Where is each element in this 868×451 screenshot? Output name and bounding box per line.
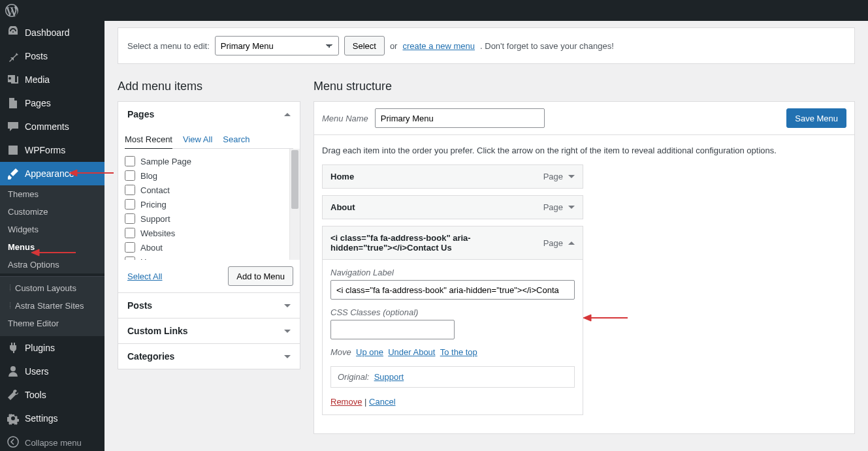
page-checkbox[interactable]	[125, 242, 135, 253]
pages-tabs: Most Recent View All Search	[125, 131, 293, 149]
page-label: Support	[140, 214, 170, 224]
menu-item-about[interactable]: About Page	[322, 195, 583, 219]
sidebar-item-settings[interactable]: Settings	[0, 407, 104, 430]
menu-item-title: About	[330, 202, 355, 212]
menu-name-label: Menu Name	[322, 114, 368, 123]
sidebar-item-label: Posts	[25, 51, 48, 61]
sidebar-subitem-customize[interactable]: Customize	[0, 203, 104, 221]
sidebar-item-users[interactable]: Users	[0, 360, 104, 383]
menu-structure-heading: Menu structure	[313, 80, 855, 93]
page-checkbox[interactable]	[125, 185, 135, 195]
collapse-label: Collapse menu	[25, 438, 82, 448]
page-item[interactable]: Pricing	[125, 197, 283, 211]
wordpress-icon[interactable]	[5, 4, 18, 17]
sidebar-subitem-widgets[interactable]: Widgets	[0, 221, 104, 238]
accordion-pages-head[interactable]: Pages	[118, 102, 300, 127]
create-new-menu-link[interactable]: create a new menu	[402, 41, 475, 51]
collapse-menu[interactable]: Collapse menu	[0, 430, 104, 451]
original-box: Original: Support	[330, 366, 575, 388]
scroll-thumb[interactable]	[291, 150, 298, 209]
accordion-posts[interactable]: Posts	[118, 292, 300, 319]
sidebar-subitem-custom-layouts[interactable]: ⸽Custom Layouts	[0, 276, 104, 297]
save-menu-button[interactable]: Save Menu	[786, 108, 846, 128]
sidebar-item-label: WPForms	[25, 145, 65, 155]
select-all-link[interactable]: Select All	[127, 272, 162, 281]
page-checkbox[interactable]	[125, 156, 135, 166]
sidebar-subitem-astra-options[interactable]: Astra Options	[0, 256, 104, 273]
sidebar-item-plugins[interactable]: Plugins	[0, 336, 104, 360]
page-checkbox[interactable]	[125, 170, 135, 181]
admin-toolbar	[0, 0, 868, 21]
page-item[interactable]: Sample Page	[125, 154, 283, 168]
scrollbar[interactable]	[289, 149, 300, 260]
sidebar-item-label: Appearance	[25, 168, 74, 179]
pages-icon	[7, 97, 20, 110]
menu-name-input[interactable]	[375, 108, 545, 128]
css-classes-label: CSS Classes (optional)	[330, 307, 575, 317]
page-item[interactable]: Blog	[125, 168, 283, 183]
brush-icon	[7, 167, 20, 180]
tab-most-recent[interactable]: Most Recent	[125, 131, 172, 149]
select-button[interactable]: Select	[344, 36, 385, 55]
accordion-categories[interactable]: Categories	[118, 343, 300, 369]
sidebar-item-tools[interactable]: Tools	[0, 383, 104, 407]
sidebar-item-label: Tools	[25, 390, 46, 400]
comments-icon	[7, 120, 20, 133]
sidebar-item-comments[interactable]: Comments	[0, 115, 104, 138]
sidebar-item-wpforms[interactable]: WPForms	[0, 138, 104, 162]
css-classes-input[interactable]	[330, 320, 455, 339]
tab-search[interactable]: Search	[223, 131, 249, 148]
menu-select-bar: Select a menu to edit: Primary Menu Sele…	[118, 27, 855, 64]
accordion-title: Posts	[127, 300, 152, 311]
add-to-menu-button[interactable]: Add to Menu	[228, 266, 293, 286]
menu-select[interactable]: Primary Menu	[215, 36, 339, 55]
original-label: Original:	[338, 372, 369, 382]
sidebar-item-appearance[interactable]: Appearance	[0, 162, 104, 185]
page-item[interactable]: Support	[125, 211, 283, 226]
collapse-icon	[7, 435, 20, 450]
sidebar-item-posts[interactable]: Posts	[0, 44, 104, 68]
accordion-pages: Pages Most Recent View All Search Sample…	[118, 101, 300, 293]
sidebar-subitem-theme-editor[interactable]: Theme Editor	[0, 315, 104, 336]
move-to-top-link[interactable]: To the top	[440, 347, 477, 357]
page-label: Blog	[140, 171, 157, 181]
chevron-down-icon	[284, 304, 291, 307]
sidebar-subitem-astra-starter[interactable]: ⸽Astra Starter Sites	[0, 297, 104, 315]
sidebar-item-media[interactable]: Media	[0, 68, 104, 91]
save-reminder: . Don't forget to save your changes!	[480, 41, 614, 51]
menu-item-type: Page	[543, 202, 563, 212]
page-checkbox[interactable]	[125, 199, 135, 210]
sidebar-item-label: Settings	[25, 413, 58, 424]
page-item[interactable]: Websites	[125, 226, 283, 240]
accordion-title: Categories	[127, 351, 174, 362]
page-checkbox[interactable]	[125, 213, 135, 224]
page-item[interactable]: About	[125, 240, 283, 255]
sidebar-item-label: Pages	[25, 98, 51, 108]
navigation-label-input[interactable]	[330, 280, 575, 300]
accordion-custom-links[interactable]: Custom Links	[118, 318, 300, 344]
select-menu-label: Select a menu to edit:	[127, 41, 210, 51]
menu-item-contact-us: <i class="fa fa-address-book" aria-hidde…	[322, 226, 583, 415]
chevron-down-icon	[568, 175, 575, 178]
page-checkbox[interactable]	[125, 228, 135, 238]
menu-item-head[interactable]: <i class="fa fa-address-book" aria-hidde…	[323, 226, 583, 259]
wpforms-icon	[7, 144, 20, 157]
remove-link[interactable]: Remove	[330, 397, 362, 407]
sidebar-item-dashboard[interactable]: Dashboard	[0, 21, 104, 44]
remove-row: Remove | Cancel	[330, 397, 575, 407]
page-item[interactable]: Contact	[125, 183, 283, 197]
menu-item-home[interactable]: Home Page	[322, 164, 583, 189]
chevron-up-icon	[568, 241, 575, 245]
sidebar-item-pages[interactable]: Pages	[0, 91, 104, 115]
page-checkbox[interactable]	[125, 257, 135, 260]
chevron-up-icon	[284, 113, 291, 116]
dashboard-icon	[7, 26, 20, 39]
sidebar-subitem-themes[interactable]: Themes	[0, 185, 104, 203]
cancel-link[interactable]: Cancel	[369, 397, 395, 407]
move-up-one-link[interactable]: Up one	[356, 347, 383, 357]
page-item[interactable]: Home	[125, 255, 283, 260]
original-link[interactable]: Support	[374, 372, 404, 382]
sidebar-subitem-menus[interactable]: Menus	[0, 238, 104, 256]
tab-view-all[interactable]: View All	[183, 131, 212, 148]
move-under-about-link[interactable]: Under About	[388, 347, 435, 357]
